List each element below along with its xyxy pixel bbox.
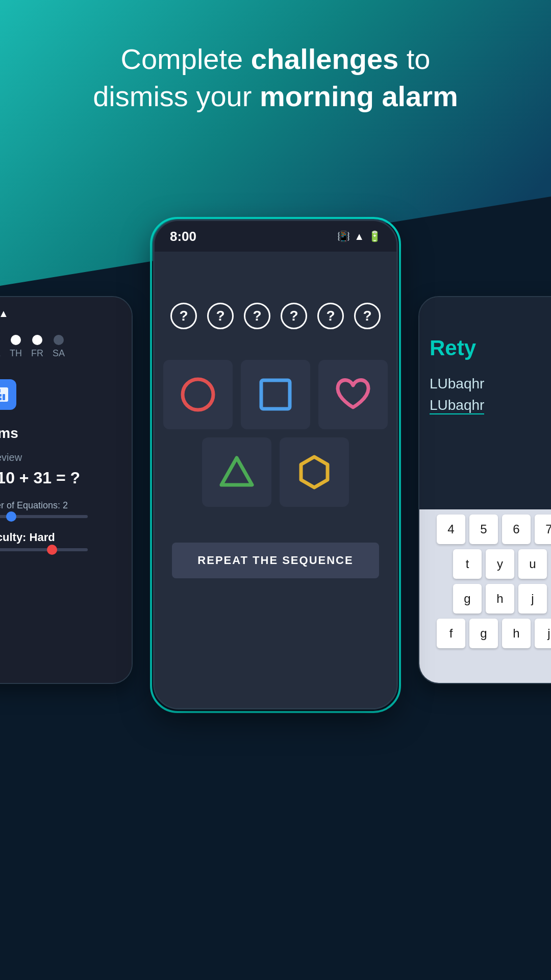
seq-circle-1: ? xyxy=(170,303,197,329)
key-5[interactable]: 5 xyxy=(469,514,498,544)
battery-icon: 🔋 xyxy=(368,230,381,242)
calculator-icon xyxy=(0,379,16,410)
challenges-bold: challenges xyxy=(251,43,398,75)
week-dot-fr: FR xyxy=(31,335,43,359)
status-time: 8:00 xyxy=(170,229,196,244)
retype-text-display: LUbaqhr xyxy=(430,376,551,392)
difficulty-slider-thumb[interactable] xyxy=(47,545,57,555)
key-7[interactable]: 7 xyxy=(535,514,551,544)
difficulty-setting: fficulty: Hard xyxy=(0,531,121,544)
dot-circle-fr xyxy=(32,335,42,345)
circle-button[interactable] xyxy=(163,360,233,429)
left-section-title: lems xyxy=(0,425,121,442)
svg-marker-11 xyxy=(221,458,252,485)
key-4[interactable]: 4 xyxy=(437,514,465,544)
key-g2[interactable]: g xyxy=(469,619,498,648)
keyboard-row-4: f g h j xyxy=(424,619,551,648)
seq-circle-2: ? xyxy=(207,303,234,329)
equations-slider-thumb[interactable] xyxy=(6,511,16,522)
equation-text: * 10 + 31 = ? xyxy=(0,469,121,487)
morning-alarm-bold: morning alarm xyxy=(260,80,458,112)
phone-screen: ? ? ? ? ? ? xyxy=(155,252,396,708)
left-status-bar: 📳 ▲ xyxy=(0,307,121,320)
retype-label: Rety xyxy=(430,336,551,360)
status-bar: 8:00 📳 ▲ 🔋 xyxy=(155,221,396,252)
week-dot-sa: SA xyxy=(53,335,65,359)
keyboard-row-1: 4 5 6 7 xyxy=(424,514,551,544)
key-y[interactable]: y xyxy=(486,549,514,579)
svg-rect-10 xyxy=(261,380,290,409)
hexagon-button[interactable] xyxy=(280,437,349,507)
key-6[interactable]: 6 xyxy=(502,514,531,544)
equations-slider-track xyxy=(0,515,88,518)
triangle-button[interactable] xyxy=(202,437,271,507)
repeat-sequence-button[interactable]: REPEAT THE SEQUENCE xyxy=(172,543,379,578)
shapes-row-2 xyxy=(202,437,349,507)
phone-right: 0 Rety LUbaqhr LUbaqhr 4 5 6 7 t y u g h… xyxy=(418,296,551,684)
keyboard-row-3: g h j xyxy=(424,584,551,614)
shapes-grid xyxy=(170,360,381,507)
left-phone-screen: 📳 ▲ WE TH FR SA xyxy=(0,297,132,683)
week-dot-we: WE xyxy=(0,335,1,359)
seq-circle-4: ? xyxy=(281,303,307,329)
right-phone-screen: 0 Rety LUbaqhr LUbaqhr 4 5 6 7 t y u g h… xyxy=(419,297,551,683)
svg-rect-7 xyxy=(0,398,2,400)
svg-point-9 xyxy=(183,379,213,410)
vibrate-icon: 📳 xyxy=(337,230,350,242)
sequence-row: ? ? ? ? ? ? xyxy=(170,303,381,329)
seq-circle-5: ? xyxy=(317,303,344,329)
keyboard-row-2: t y u xyxy=(424,549,551,579)
phone-main: 8:00 📳 ▲ 🔋 ? ? ? ? ? ? xyxy=(153,219,398,709)
key-j2[interactable]: j xyxy=(535,619,551,648)
phone-left: 📳 ▲ WE TH FR SA xyxy=(0,296,133,684)
dot-circle-sa xyxy=(54,335,64,345)
svg-rect-6 xyxy=(0,394,2,397)
equations-setting: nber of Equations: 2 xyxy=(0,500,121,511)
seq-circle-3: ? xyxy=(244,303,270,329)
svg-rect-3 xyxy=(0,389,1,393)
status-icons: 📳 ▲ 🔋 xyxy=(337,230,381,242)
key-h2[interactable]: h xyxy=(502,619,531,648)
key-j[interactable]: j xyxy=(518,584,547,614)
svg-rect-8 xyxy=(3,394,5,400)
week-dot-th: TH xyxy=(10,335,22,359)
key-t[interactable]: t xyxy=(453,549,482,579)
header-text: Complete challenges to dismiss your morn… xyxy=(0,41,551,115)
preview-label: Preview xyxy=(0,452,121,463)
wifi-icon: ▲ xyxy=(354,231,364,242)
svg-marker-12 xyxy=(301,457,328,487)
difficulty-slider-track xyxy=(0,548,88,551)
square-button[interactable] xyxy=(241,360,310,429)
keyboard-area: 4 5 6 7 t y u g h j f g h j xyxy=(419,509,551,683)
retype-text-input: LUbaqhr xyxy=(430,397,484,414)
heart-button[interactable] xyxy=(318,360,388,429)
week-dots-row: WE TH FR SA xyxy=(0,335,121,359)
shapes-row-1 xyxy=(163,360,388,429)
dot-circle-th xyxy=(11,335,21,345)
key-g[interactable]: g xyxy=(453,584,482,614)
key-f[interactable]: f xyxy=(437,619,465,648)
key-u[interactable]: u xyxy=(518,549,547,579)
key-h[interactable]: h xyxy=(486,584,514,614)
seq-circle-6: ? xyxy=(354,303,381,329)
